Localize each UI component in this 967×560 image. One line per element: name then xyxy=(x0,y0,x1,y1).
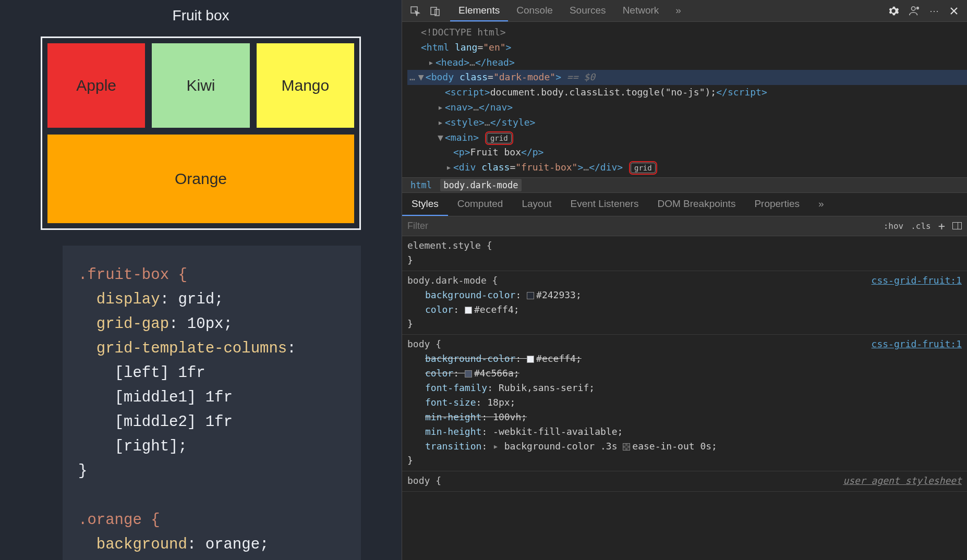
source-code-block: .fruit-box { display: grid; grid-gap: 10… xyxy=(63,246,361,560)
grid-badge[interactable]: grid xyxy=(487,133,512,143)
fruit-mango: Mango xyxy=(257,43,354,128)
svg-point-4 xyxy=(917,7,919,9)
grid-badge[interactable]: grid xyxy=(631,163,656,173)
tab-overflow[interactable]: » xyxy=(667,0,690,21)
subtab-dom-breakpoints[interactable]: DOM Breakpoints xyxy=(648,193,745,216)
subtab-layout[interactable]: Layout xyxy=(512,193,561,216)
subtab-overflow[interactable]: » xyxy=(809,193,833,216)
new-style-rule-icon[interactable]: + xyxy=(938,220,945,233)
svg-rect-1 xyxy=(431,7,437,15)
subtab-event-listeners[interactable]: Event Listeners xyxy=(561,193,648,216)
styles-filter-input[interactable] xyxy=(407,221,876,232)
rendered-page: Fruit box Apple Kiwi Mango Orange .fruit… xyxy=(0,0,402,560)
breadcrumb-html[interactable]: html xyxy=(407,179,435,191)
devtools-panel: Elements Console Sources Network » ⋯ <!D… xyxy=(402,0,967,560)
tab-sources[interactable]: Sources xyxy=(561,0,614,21)
styles-tabs: Styles Computed Layout Event Listeners D… xyxy=(402,192,967,216)
tab-elements[interactable]: Elements xyxy=(450,0,508,21)
tab-network[interactable]: Network xyxy=(614,0,668,21)
account-icon[interactable] xyxy=(909,5,920,17)
close-icon[interactable] xyxy=(949,6,959,16)
inspect-element-icon[interactable] xyxy=(406,2,424,20)
fruit-box-grid: Apple Kiwi Mango Orange xyxy=(41,36,361,230)
devtools-toolbar: Elements Console Sources Network » ⋯ xyxy=(402,0,967,22)
hov-toggle[interactable]: :hov xyxy=(884,221,904,231)
dom-node-body[interactable]: …▼<body class="dark-mode"> == $0 xyxy=(407,70,967,85)
page-title: Fruit box xyxy=(0,7,402,24)
kebab-icon[interactable]: ⋯ xyxy=(929,5,940,17)
subtab-computed[interactable]: Computed xyxy=(448,193,513,216)
source-link[interactable]: css-grid-fruit:1 xyxy=(872,273,962,288)
styles-rules-list[interactable]: element.style { } body.dark-mode { css-g… xyxy=(402,236,967,560)
subtab-styles[interactable]: Styles xyxy=(402,193,448,216)
breadcrumb-body[interactable]: body.dark-mode xyxy=(440,179,521,191)
fruit-orange: Orange xyxy=(47,135,354,223)
fruit-apple: Apple xyxy=(47,43,145,128)
subtab-properties[interactable]: Properties xyxy=(745,193,809,216)
tab-console[interactable]: Console xyxy=(508,0,561,21)
dom-breadcrumbs[interactable]: html body.dark-mode xyxy=(402,177,967,192)
gear-icon[interactable] xyxy=(888,5,899,17)
svg-point-3 xyxy=(912,6,915,10)
device-toggle-icon[interactable] xyxy=(426,2,444,20)
fruit-kiwi: Kiwi xyxy=(152,43,249,128)
toggle-sidebar-icon[interactable] xyxy=(952,222,962,229)
styles-filter-bar: :hov .cls + xyxy=(402,216,967,236)
cls-toggle[interactable]: .cls xyxy=(911,221,931,231)
dom-tree[interactable]: <!DOCTYPE html> <html lang="en"> ▸<head>… xyxy=(402,22,967,177)
source-link[interactable]: css-grid-fruit:1 xyxy=(872,337,962,351)
